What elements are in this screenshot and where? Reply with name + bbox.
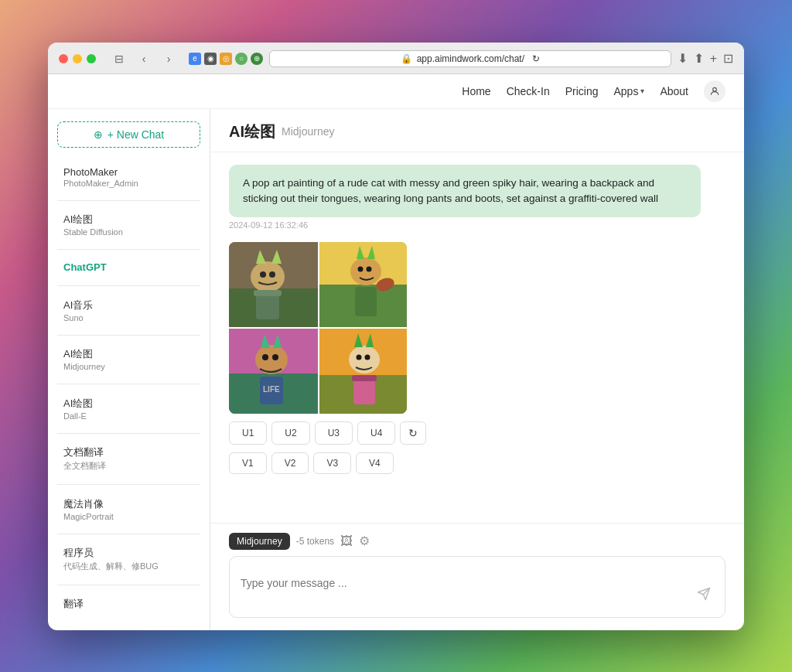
browser-actions: ⬇ ⬆ + ⊡	[678, 51, 733, 66]
user-profile-icon[interactable]	[704, 80, 725, 102]
v3-button[interactable]: V3	[313, 452, 351, 474]
chat-header: AI绘图 Midjourney	[210, 109, 744, 152]
svg-rect-17	[355, 287, 377, 316]
u3-button[interactable]: U3	[315, 421, 353, 445]
close-button[interactable]	[59, 54, 68, 63]
sidebar-item-title: AI音乐	[63, 298, 194, 312]
sidebar-item-title: 程序员	[63, 546, 194, 560]
sidebar-item-title: AI绘图	[63, 347, 194, 361]
nav-home[interactable]: Home	[462, 85, 490, 97]
u1-button[interactable]: U1	[229, 421, 267, 445]
sidebar-item-midjourney[interactable]: AI绘图 Midjourney	[57, 341, 200, 377]
message-prompt-text: A pop art painting of a rude cat with me…	[229, 165, 701, 218]
download-button[interactable]: ⬇	[678, 51, 688, 66]
traffic-lights	[59, 54, 96, 63]
sidebar-item-stable-diffusion[interactable]: AI绘图 Stable Diffusion	[57, 206, 200, 243]
sidebar-item-title: 翻译	[63, 597, 194, 611]
maximize-button[interactable]	[87, 54, 96, 63]
sidebar-item-photomaker[interactable]: PhotoMaker PhotoMaker_Admin	[57, 160, 200, 194]
plus-icon: ⊕	[94, 128, 103, 141]
lock-icon: 🔒	[401, 53, 412, 64]
nav-about[interactable]: About	[660, 85, 688, 97]
nav-apps-label[interactable]: Apps	[613, 85, 638, 97]
forward-button[interactable]: ›	[158, 50, 179, 67]
chevron-down-icon: ▾	[640, 87, 644, 95]
sidebar-item-subtitle: Dall-E	[63, 411, 194, 421]
browser-controls: ⊟ ‹ ›	[108, 50, 179, 67]
image-cell-2[interactable]	[319, 242, 407, 327]
svg-point-33	[357, 355, 362, 360]
image-cell-1[interactable]	[229, 242, 318, 327]
refresh-button[interactable]: ↻	[400, 421, 426, 445]
svg-rect-9	[254, 290, 282, 296]
sidebar-item-translate[interactable]: 翻译	[57, 591, 200, 617]
sidebar-item-suno[interactable]: AI音乐 Suno	[57, 292, 200, 329]
browser-icon-edge: e	[189, 53, 201, 65]
new-chat-button[interactable]: ⊕ + New Chat	[57, 121, 200, 148]
sidebar-item-programmer[interactable]: 程序员 代码生成、解释、修BUG	[57, 540, 200, 578]
add-tab-button[interactable]: +	[710, 52, 717, 66]
svg-point-0	[713, 87, 717, 91]
v1-button[interactable]: V1	[229, 452, 267, 474]
svg-point-34	[365, 355, 370, 360]
browser-icon-4: ⊕	[251, 53, 263, 65]
sidebar-item-chatgpt[interactable]: ChatGPT	[57, 255, 200, 279]
back-button[interactable]: ‹	[133, 50, 155, 67]
tokens-label: -5 tokens	[296, 536, 334, 547]
image-response: LIFE	[229, 239, 725, 474]
svg-point-15	[358, 267, 364, 272]
sidebar-item-magicportrait[interactable]: 魔法肖像 MagicPortrait	[57, 491, 200, 527]
browser-icon-3: ○	[235, 53, 248, 65]
reload-icon[interactable]: ↻	[532, 53, 540, 64]
svg-point-3	[251, 261, 285, 292]
chat-input[interactable]	[241, 575, 688, 608]
sidebar-button[interactable]: ⊡	[723, 51, 733, 66]
send-button[interactable]	[694, 584, 714, 608]
image-upload-button[interactable]: 🖼	[340, 534, 353, 548]
address-bar[interactable]: 🔒 app.aimindwork.com/chat/ ↻	[269, 50, 671, 67]
input-toolbar: Midjourney -5 tokens 🖼 ⚙	[229, 533, 725, 550]
new-chat-label: + New Chat	[108, 128, 165, 141]
share-button[interactable]: ⬆	[694, 51, 704, 66]
action-buttons-row2: V1 V2 V3 V4	[229, 452, 725, 474]
sidebar-item-title: 魔法肖像	[63, 497, 194, 511]
chat-area: AI绘图 Midjourney A pop art painting of a …	[210, 109, 744, 630]
sidebar-item-doc-translate[interactable]: 文档翻译 全文档翻译	[57, 439, 200, 478]
sidebar: ⊕ + New Chat PhotoMaker PhotoMaker_Admin…	[48, 109, 210, 630]
svg-point-25	[272, 354, 278, 360]
nav-apps[interactable]: Apps ▾	[613, 85, 644, 97]
browser-chrome: ⊟ ‹ › e ◉ ◎ ○ ⊕ 🔒 app.aimindwork.com/cha…	[48, 43, 744, 74]
sidebar-item-dalle[interactable]: AI绘图 Dall-E	[57, 391, 200, 427]
svg-point-16	[367, 267, 372, 272]
minimize-button[interactable]	[73, 54, 82, 63]
sidebar-item-title: PhotoMaker	[63, 166, 194, 178]
svg-point-7	[269, 271, 275, 278]
svg-text:LIFE: LIFE	[263, 385, 280, 394]
action-buttons-row1: U1 U2 U3 U4 ↻	[229, 421, 725, 445]
chat-input-wrapper	[229, 556, 725, 618]
u4-button[interactable]: U4	[357, 421, 395, 445]
settings-button[interactable]: ⚙	[359, 534, 370, 548]
sidebar-item-subtitle: 全文档翻译	[63, 460, 194, 472]
main-layout: ⊕ + New Chat PhotoMaker PhotoMaker_Admin…	[48, 109, 744, 630]
sidebar-item-subtitle: Stable Diffusion	[63, 227, 194, 237]
sidebar-toggle[interactable]: ⊟	[108, 50, 130, 67]
chat-input-area: Midjourney -5 tokens 🖼 ⚙	[210, 523, 744, 630]
svg-rect-8	[256, 292, 279, 319]
generated-image-grid[interactable]: LIFE	[229, 242, 407, 414]
image-cell-4[interactable]	[319, 329, 407, 414]
v2-button[interactable]: V2	[271, 452, 309, 474]
v4-button[interactable]: V4	[356, 452, 394, 474]
image-cell-3[interactable]: LIFE	[229, 329, 318, 414]
u2-button[interactable]: U2	[271, 421, 309, 445]
sidebar-item-subtitle: MagicPortrait	[63, 512, 194, 521]
sidebar-item-title: AI绘图	[63, 397, 194, 411]
browser-icon-2: ◎	[220, 53, 232, 65]
message-timestamp: 2024-09-12 16:32:46	[229, 220, 725, 230]
url-text: app.aimindwork.com/chat/	[417, 53, 524, 64]
model-badge: Midjourney	[229, 533, 290, 550]
sidebar-item-subtitle: Suno	[63, 313, 194, 322]
sidebar-item-title-chatgpt: ChatGPT	[63, 261, 194, 273]
nav-pricing[interactable]: Pricing	[565, 85, 599, 97]
nav-checkin[interactable]: Check-In	[507, 85, 550, 97]
